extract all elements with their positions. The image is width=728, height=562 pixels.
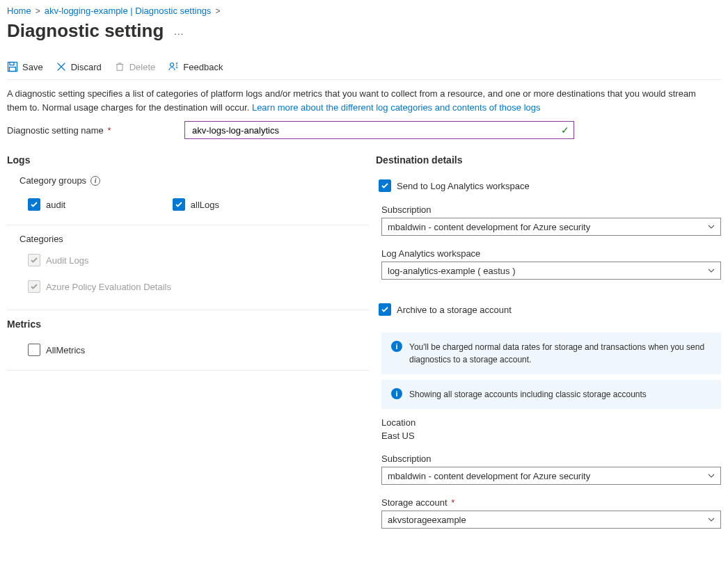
- info-banner-classic: i Showing all storage accounts including…: [381, 380, 721, 409]
- checkbox-disabled-icon: [28, 254, 40, 266]
- info-icon[interactable]: i: [90, 176, 100, 186]
- subscription-select[interactable]: mbaldwin - content development for Azure…: [381, 218, 721, 236]
- checkbox-disabled-icon: [28, 280, 40, 293]
- breadcrumb: Home > akv-logging-example | Diagnostic …: [7, 6, 721, 16]
- logs-heading: Logs: [7, 154, 369, 166]
- destination-heading: Destination details: [376, 154, 721, 166]
- checkbox-unchecked-icon: [28, 344, 40, 356]
- location-label: Location: [381, 417, 721, 428]
- breadcrumb-sep-icon: >: [215, 6, 220, 16]
- save-button[interactable]: Save: [7, 61, 43, 72]
- audit-logs-label: Audit Logs: [46, 255, 88, 266]
- info-banner-charges: i You'll be charged normal data rates fo…: [381, 332, 721, 374]
- storage-select[interactable]: akvstorageexample: [381, 511, 721, 529]
- location-value: East US: [381, 431, 721, 441]
- feedback-button[interactable]: Feedback: [168, 61, 223, 72]
- page-description: A diagnostic setting specifies a list of…: [7, 87, 717, 114]
- audit-label: audit: [46, 200, 65, 210]
- storage-value: akvstorageexample: [388, 515, 466, 525]
- discard-button[interactable]: Discard: [56, 61, 102, 72]
- discard-label: Discard: [71, 62, 102, 72]
- subscription-value: mbaldwin - content development for Azure…: [388, 222, 590, 232]
- learn-more-link[interactable]: Learn more about the different log categ…: [252, 102, 541, 113]
- feedback-icon: [168, 61, 179, 72]
- name-input-wrapper[interactable]: ✓: [184, 121, 574, 139]
- discard-icon: [56, 61, 67, 72]
- subscription2-value: mbaldwin - content development for Azure…: [388, 471, 590, 481]
- delete-button: Delete: [114, 61, 156, 72]
- send-law-label: Send to Log Analytics workspace: [397, 181, 530, 191]
- banner2-text: Showing all storage accounts including c…: [409, 388, 647, 401]
- delete-label: Delete: [129, 62, 156, 72]
- categories-label: Categories: [19, 234, 63, 244]
- chevron-down-icon: [708, 223, 715, 230]
- save-label: Save: [22, 62, 43, 72]
- alllogs-checkbox-row[interactable]: allLogs: [173, 194, 219, 215]
- breadcrumb-home[interactable]: Home: [7, 6, 31, 16]
- alllogs-label: allLogs: [191, 200, 219, 210]
- law-label: Log Analytics workspace: [381, 248, 721, 259]
- breadcrumb-resource[interactable]: akv-logging-example | Diagnostic setting…: [45, 6, 212, 16]
- toolbar: Save Discard Delete Feedback: [7, 57, 721, 80]
- subscription2-label: Subscription: [381, 453, 721, 464]
- breadcrumb-sep-icon: >: [35, 6, 40, 16]
- archive-label: Archive to a storage account: [397, 305, 512, 315]
- delete-icon: [114, 61, 125, 72]
- more-actions-icon[interactable]: …: [171, 25, 187, 37]
- archive-checkbox-row[interactable]: Archive to a storage account: [379, 299, 721, 320]
- subscription2-select[interactable]: mbaldwin - content development for Azure…: [381, 467, 721, 485]
- category-groups-label: Category groups: [19, 175, 86, 186]
- svg-rect-2: [10, 67, 16, 72]
- chevron-down-icon: [708, 516, 715, 523]
- name-input-label: Diagnostic setting name: [7, 125, 104, 136]
- subscription-label: Subscription: [381, 204, 721, 215]
- banner1-text: You'll be charged normal data rates for …: [409, 341, 711, 366]
- policy-eval-label: Azure Policy Evaluation Details: [46, 282, 171, 292]
- storage-label: Storage account: [381, 497, 448, 508]
- svg-rect-5: [117, 65, 122, 71]
- law-value: log-analytics-example ( eastus ): [388, 266, 516, 276]
- checkbox-checked-icon: [379, 179, 391, 192]
- feedback-label: Feedback: [183, 62, 223, 72]
- svg-point-10: [171, 63, 174, 67]
- law-select[interactable]: log-analytics-example ( eastus ): [381, 262, 721, 280]
- checkbox-checked-icon: [379, 303, 391, 316]
- chevron-down-icon: [708, 472, 715, 479]
- page-title: Diagnostic setting: [7, 20, 164, 42]
- allmetrics-checkbox-row[interactable]: AllMetrics: [28, 339, 369, 360]
- valid-check-icon: ✓: [561, 125, 569, 136]
- name-input[interactable]: [191, 125, 554, 136]
- checkbox-checked-icon: [28, 198, 40, 211]
- info-icon: i: [391, 388, 402, 399]
- required-indicator: *: [107, 125, 111, 136]
- metrics-heading: Metrics: [7, 319, 369, 330]
- chevron-down-icon: [708, 267, 715, 274]
- audit-checkbox-row[interactable]: audit: [28, 194, 65, 215]
- policy-eval-checkbox-row: Azure Policy Evaluation Details: [28, 273, 369, 300]
- audit-logs-checkbox-row: Audit Logs: [28, 247, 369, 273]
- checkbox-checked-icon: [173, 198, 185, 211]
- info-icon: i: [391, 341, 402, 352]
- svg-rect-1: [10, 63, 14, 65]
- allmetrics-label: AllMetrics: [46, 345, 85, 355]
- save-icon: [7, 61, 18, 72]
- send-law-checkbox-row[interactable]: Send to Log Analytics workspace: [379, 175, 721, 196]
- required-indicator: *: [451, 497, 454, 508]
